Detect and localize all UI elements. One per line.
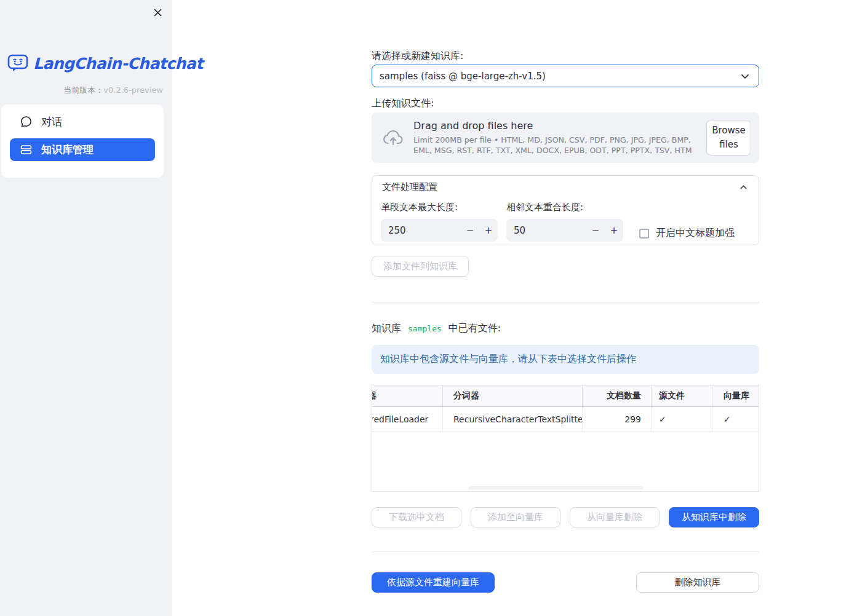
file-dropzone[interactable]: Drag and drop files here Limit 200MB per… [372, 113, 759, 163]
overlap-size-label: 相邻文本重合长度: [506, 202, 623, 213]
overlap-size-value: 50 [506, 225, 586, 236]
add-files-to-kb-button[interactable]: 添加文件到知识库 [372, 256, 469, 277]
file-config-expander: 文件处理配置 单段文本最大长度: 250 − + 相邻文本重合长度: 50 [372, 175, 759, 245]
chevron-down-icon [739, 70, 751, 82]
zh-title-enhance-checkbox[interactable]: 开启中文标题加强 [639, 227, 735, 240]
col-doc-count-header: 文档数量 [583, 385, 652, 406]
kb-select-label: 请选择或新建知识库: [372, 50, 463, 63]
col-source-file-header: 源文件 [652, 385, 712, 406]
dropzone-title: Drag and drop files here [413, 120, 700, 132]
chat-smiley-logo-icon [7, 53, 29, 73]
delete-from-kb-button[interactable]: 从知识库中删除 [669, 507, 759, 527]
cell-loader: redFileLoader [372, 407, 443, 432]
download-selected-button[interactable]: 下载选中文档 [372, 507, 461, 527]
expander-title: 文件处理配置 [382, 181, 437, 193]
existing-files-line: 知识库 samples 中已有文件: [372, 322, 501, 335]
divider [372, 302, 759, 302]
version-value: v0.2.6-preview [103, 85, 163, 95]
kb-name-code: samples [407, 323, 443, 334]
col-splitter-header: 分词器 [443, 385, 583, 406]
close-sidebar-button[interactable] [150, 5, 165, 20]
sidebar-item-kb-management[interactable]: 知识库管理 [10, 138, 155, 161]
table-horizontal-scrollbar[interactable] [468, 486, 643, 489]
version-label: 当前版本： [63, 85, 103, 95]
chunk-size-input[interactable]: 250 − + [381, 219, 498, 242]
kb-select[interactable]: samples (faiss @ bge-large-zh-v1.5) [372, 65, 759, 87]
cell-splitter: RecursiveCharacterTextSplitter [443, 407, 583, 432]
main-content: 请选择或新建知识库: samples (faiss @ bge-large-zh… [372, 0, 759, 616]
chunk-size-label: 单段文本最大长度: [381, 202, 498, 213]
chat-bubble-icon [20, 116, 33, 128]
col-loader-header: 器 [372, 385, 443, 406]
info-alert: 知识库中包含源文件与向量库，请从下表中选择文件后操作 [372, 345, 759, 374]
kb-files-table[interactable]: 器 分词器 文档数量 源文件 向量库 redFileLoader Recursi… [372, 385, 759, 492]
sidebar-item-label: 知识库管理 [41, 143, 94, 157]
expander-body: 单段文本最大长度: 250 − + 相邻文本重合长度: 50 − + 开启中文标… [372, 198, 759, 242]
sidebar-item-dialogue[interactable]: 对话 [10, 111, 155, 133]
sidebar-item-label: 对话 [41, 115, 62, 129]
kb-select-value: samples (faiss @ bge-large-zh-v1.5) [380, 71, 739, 82]
divider [372, 551, 759, 552]
chunk-size-decrement-button[interactable]: − [461, 219, 479, 242]
upload-label: 上传知识文件: [372, 97, 434, 110]
zh-title-enhance-label: 开启中文标题加强 [656, 227, 735, 240]
overlap-size-input[interactable]: 50 − + [506, 219, 623, 242]
cell-source-check: ✓ [652, 407, 712, 432]
app-logo: LangChain-Chatchat [7, 53, 203, 73]
version-info: 当前版本：v0.2.6-preview [63, 85, 163, 96]
col-vector-store-header: 向量库 [712, 385, 759, 406]
overlap-size-decrement-button[interactable]: − [586, 219, 605, 242]
rebuild-vector-store-button[interactable]: 依据源文件重建向量库 [372, 572, 495, 593]
chevron-up-icon [738, 182, 749, 192]
existing-suffix: 中已有文件: [448, 322, 501, 335]
delete-from-vector-button[interactable]: 从向量库删除 [570, 507, 660, 527]
table-header-row: 器 分词器 文档数量 源文件 向量库 [372, 385, 759, 407]
browse-files-button[interactable]: Browse files [706, 120, 751, 156]
delete-kb-button[interactable]: 删除知识库 [636, 572, 759, 593]
overlap-size-increment-button[interactable]: + [605, 219, 623, 242]
kb-word: 知识库 [372, 322, 401, 335]
cell-doc-count: 299 [583, 407, 652, 432]
table-row[interactable]: redFileLoader RecursiveCharacterTextSpli… [372, 407, 759, 432]
dropzone-instructions: Drag and drop files here Limit 200MB per… [413, 120, 706, 156]
chunk-size-increment-button[interactable]: + [479, 219, 498, 242]
sidebar-nav: 对话 知识库管理 [1, 105, 164, 178]
add-to-vector-store-button[interactable]: 添加至向量库 [471, 507, 560, 527]
app-title: LangChain-Chatchat [33, 55, 203, 73]
checkbox-icon [639, 229, 649, 239]
dropzone-limit-text: Limit 200MB per file • HTML, MD, JSON, C… [413, 135, 700, 156]
close-icon [153, 7, 163, 18]
chunk-size-value: 250 [381, 225, 461, 236]
expander-header[interactable]: 文件处理配置 [372, 176, 759, 198]
stacked-db-icon [20, 143, 33, 156]
info-alert-text: 知识库中包含源文件与向量库，请从下表中选择文件后操作 [380, 353, 636, 366]
sidebar: LangChain-Chatchat 当前版本：v0.2.6-preview 对… [0, 0, 172, 616]
cloud-upload-icon [381, 128, 405, 148]
cell-vector-check: ✓ [712, 407, 759, 432]
